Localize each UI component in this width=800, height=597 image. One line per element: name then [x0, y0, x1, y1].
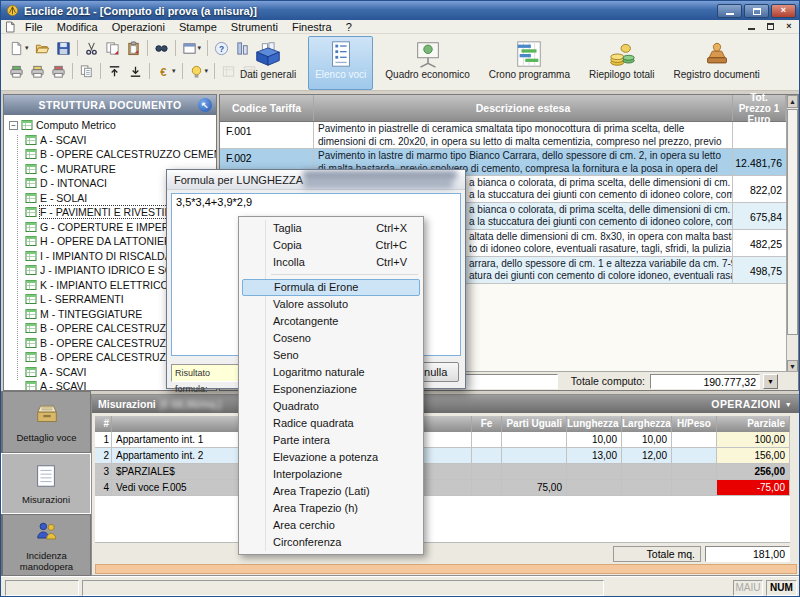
riepilogo-totali-button[interactable]: Riepilogo totali: [582, 36, 662, 90]
mis-table-row[interactable]: 4Vedi voce F.00575,00-75,00: [95, 480, 790, 496]
side-tab-dettaglio-voce[interactable]: Dettaglio voce: [1, 391, 91, 453]
totale-mq-label: Totale mq.: [613, 546, 701, 562]
context-menu-item-label: Quadrato: [273, 400, 319, 412]
mis-column-header[interactable]: H/Peso: [672, 416, 717, 432]
find-binoculars-button[interactable]: [151, 39, 172, 58]
menu-item-modifica[interactable]: Modifica: [50, 20, 105, 34]
context-menu-item[interactable]: Esponenziazione: [241, 381, 421, 398]
copy-special-button[interactable]: [102, 39, 123, 58]
menu-item-finestra[interactable]: Finestra: [285, 20, 339, 34]
scroll-up-icon[interactable]: ▲: [787, 95, 798, 108]
copy-pages-button[interactable]: [76, 62, 97, 81]
print-green-button[interactable]: [6, 62, 27, 81]
context-menu-item[interactable]: Seno: [241, 347, 421, 364]
mdi-minimize-icon[interactable]: [743, 21, 759, 33]
tree-item[interactable]: A - SCAVI: [4, 133, 216, 148]
context-menu-item[interactable]: Coseno: [241, 330, 421, 347]
elenco-voci-button[interactable]: Elenco voci: [308, 36, 373, 90]
tree-node-icon: [25, 206, 37, 218]
context-menu-item[interactable]: Formula di Erone: [242, 279, 420, 296]
status-panel-2: [82, 580, 604, 596]
collapse-bottom-button[interactable]: [125, 62, 146, 81]
open-folder-button[interactable]: [32, 39, 53, 58]
print-red-button[interactable]: [48, 62, 69, 81]
side-tab-incidenza-manodopera[interactable]: Incidenza manodopera: [1, 514, 91, 576]
blurred-region: [301, 170, 459, 191]
context-menu-item[interactable]: Area Trapezio (h): [241, 500, 421, 517]
context-menu-item[interactable]: TagliaCtrl+X: [241, 220, 421, 237]
side-tab-misurazioni[interactable]: Misurazioni: [1, 453, 91, 515]
window-list-button[interactable]: ▾: [179, 39, 205, 58]
context-menu-item[interactable]: Valore assoluto: [241, 296, 421, 313]
menu-item-[interactable]: ?: [339, 20, 359, 34]
tree-node-icon: [25, 148, 37, 160]
minimize-icon[interactable]: [717, 4, 742, 18]
mis-column-header[interactable]: Larghezza: [622, 416, 672, 432]
status-bar: MAIU NUM: [1, 576, 800, 597]
mdi-restore-icon[interactable]: [762, 21, 778, 33]
paste-special-button[interactable]: [123, 39, 144, 58]
tree-node-icon: [25, 322, 37, 334]
tree-root-item[interactable]: −Computo Metrico: [4, 118, 216, 133]
totale-dropdown-icon[interactable]: ▼: [763, 374, 778, 389]
mis-column-header[interactable]: Lunghezza: [567, 416, 622, 432]
help-button[interactable]: ?: [211, 39, 232, 58]
context-menu-item[interactable]: Quadrato: [241, 398, 421, 415]
menu-item-operazioni[interactable]: Operazioni: [105, 20, 172, 34]
mis-column-header[interactable]: #: [95, 416, 112, 432]
context-menu-item[interactable]: Area cerchio: [241, 517, 421, 534]
tree-item[interactable]: B - OPERE CALCESTRUZZO CEMENTIZ: [4, 147, 216, 162]
mis-column-header[interactable]: Fe: [472, 416, 502, 432]
restore-icon[interactable]: [744, 4, 769, 18]
scrollbar-thumb[interactable]: [787, 109, 798, 335]
dati-generali-button[interactable]: Dati generali: [233, 36, 303, 90]
context-menu-item[interactable]: Interpolazione: [241, 466, 421, 483]
mis-table-row[interactable]: 2Appartamento int. 213,0012,00156,00: [95, 448, 790, 464]
context-menu-item[interactable]: Arcotangente: [241, 313, 421, 330]
mis-table-row[interactable]: 3$PARZIALE$256,00: [95, 464, 790, 480]
mis-cell: [502, 464, 567, 479]
context-menu-item[interactable]: Circonferenza: [241, 534, 421, 551]
context-menu-item-label: Radice quadrata: [273, 417, 354, 429]
mdi-close-icon[interactable]: ×: [781, 21, 797, 33]
context-menu-item[interactable]: Area Trapezio (Lati): [241, 483, 421, 500]
context-menu-item[interactable]: Elevazione a potenza: [241, 449, 421, 466]
print-preview-button[interactable]: [27, 62, 48, 81]
misurazioni-empty-area: [95, 496, 790, 543]
euro-button[interactable]: €▾: [153, 62, 179, 81]
highlight-icon: [189, 64, 204, 79]
column-header-descrizione-estesa[interactable]: Descrizione estesa: [314, 95, 733, 121]
toolbar-separator: [182, 63, 183, 79]
save-button[interactable]: [53, 39, 74, 58]
context-menu-item[interactable]: Parte intera: [241, 432, 421, 449]
menu-item-strumenti[interactable]: Strumenti: [224, 20, 285, 34]
crono-programma-button[interactable]: Crono programma: [482, 36, 577, 90]
context-menu-item[interactable]: IncollaCtrl+V: [241, 254, 421, 271]
context-menu-item[interactable]: Logaritmo naturale: [241, 364, 421, 381]
operazioni-menu[interactable]: OPERAZIONI ▼: [711, 398, 792, 410]
new-document-button[interactable]: ▾: [6, 39, 32, 58]
quadro-economico-button[interactable]: Quadro economico: [378, 36, 477, 90]
cut-button[interactable]: [81, 39, 102, 58]
column-header-tot-prezzo[interactable]: Tot. Prezzo 1 Euro: [733, 95, 786, 121]
mis-column-header[interactable]: Parziale: [717, 416, 790, 432]
menu-item-stampe[interactable]: Stampe: [172, 20, 224, 34]
misurazioni-table-header: #FeParti UgualiLunghezzaLarghezzaH/PesoP…: [95, 416, 790, 432]
collapse-panel-icon[interactable]: ↖: [198, 98, 212, 112]
highlight-button[interactable]: ▾: [186, 62, 212, 81]
tree-collapse-icon[interactable]: −: [9, 121, 18, 130]
close-icon[interactable]: ×: [771, 4, 796, 18]
context-menu-item[interactable]: Radice quadrata: [241, 415, 421, 432]
menu-item-file[interactable]: File: [18, 20, 50, 34]
collapse-top-button[interactable]: [104, 62, 125, 81]
registro-documenti-button[interactable]: Registro documenti: [667, 36, 767, 90]
column-header-codice-tariffa[interactable]: Codice Tariffa: [220, 95, 314, 121]
mis-column-header[interactable]: Parti Uguali: [502, 416, 567, 432]
find-binoculars-icon: [154, 41, 169, 56]
context-menu-item[interactable]: CopiaCtrl+C: [241, 237, 421, 254]
tree-panel-header: STRUTTURA DOCUMENTO ↖: [4, 95, 216, 115]
tree-item-label: A - SCAVI: [40, 134, 87, 146]
mis-table-row[interactable]: 1Appartamento int. 110,0010,00100,00: [95, 432, 790, 448]
table-row[interactable]: F.001Pavimento in piastrelle di ceramica…: [220, 122, 786, 149]
vertical-scrollbar[interactable]: ▲ ▼: [786, 95, 798, 373]
